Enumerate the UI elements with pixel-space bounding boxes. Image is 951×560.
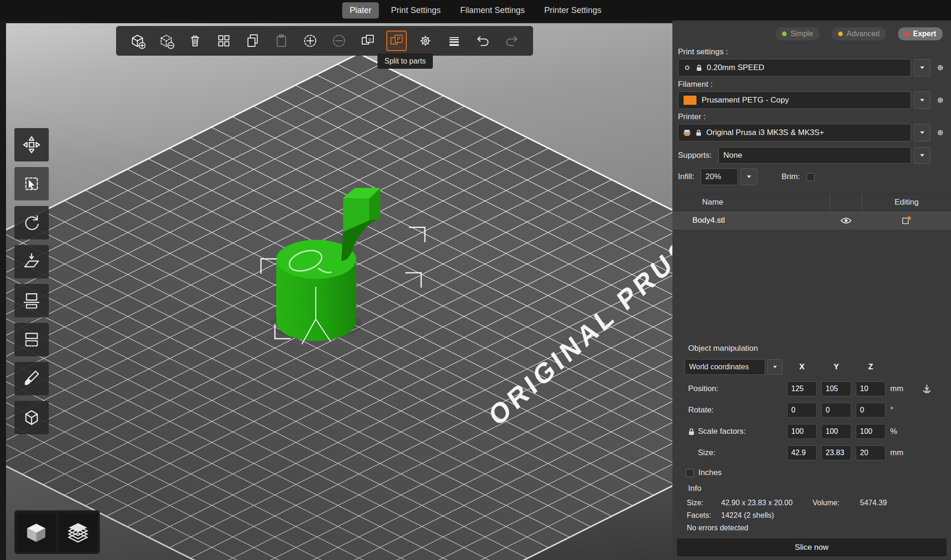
chevron-down-icon [918, 96, 926, 104]
size-y-field[interactable] [821, 445, 851, 460]
info-status: No errors detected [687, 524, 951, 532]
delete-all-icon[interactable] [185, 31, 205, 51]
place-on-face-tool-icon[interactable] [14, 245, 49, 278]
size-label: Size: [698, 448, 716, 457]
print-settings-dropdown-button[interactable] [914, 59, 931, 77]
expert-mode-dot-icon [905, 32, 909, 36]
scale-x-field[interactable] [787, 424, 817, 439]
column-name: Name [672, 194, 830, 211]
brim-checkbox[interactable] [807, 173, 814, 181]
coordinate-system-combo[interactable]: World coordinates [684, 359, 765, 375]
scale-z-field[interactable] [856, 424, 886, 439]
height-range-tool-icon[interactable] [14, 323, 49, 356]
mode-switch: Simple Advanced Expert [672, 20, 951, 44]
arrange-icon[interactable] [214, 31, 234, 51]
column-editing: Editing [862, 194, 951, 211]
infill-dropdown-button[interactable] [741, 168, 757, 185]
rotate-z-field[interactable] [856, 403, 886, 418]
supports-label: Supports: [678, 151, 716, 160]
size-z-field[interactable] [856, 445, 886, 460]
gear-icon [935, 95, 945, 105]
printer-gear-button[interactable] [933, 128, 947, 138]
coordinate-system-dropdown-button[interactable] [767, 359, 782, 375]
undo-icon[interactable] [473, 31, 493, 51]
filament-value: Prusament PETG - Copy [702, 96, 789, 105]
remove-instance-icon[interactable] [329, 31, 349, 51]
printer-combo[interactable]: Original Prusa i3 MK3S & MK3S+ [678, 124, 911, 142]
inches-label: Inches [698, 468, 722, 477]
position-row: Position: mm [672, 381, 951, 396]
layers-view-icon[interactable] [59, 513, 98, 552]
filament-dropdown-button[interactable] [914, 91, 931, 109]
gear-icon [935, 63, 945, 73]
seam-tool-icon[interactable] [14, 401, 49, 434]
paint-supports-tool-icon[interactable] [14, 362, 49, 395]
tab-printer-settings[interactable]: Printer Settings [537, 2, 609, 19]
split-objects-icon[interactable]: o [358, 31, 378, 51]
print-settings-gear-button[interactable] [933, 63, 947, 73]
print-bed [6, 53, 672, 560]
printer-dropdown-button[interactable] [914, 124, 931, 142]
supports-combo[interactable]: None [718, 147, 911, 164]
filament-label: Filament : [672, 77, 951, 91]
main-tabs: Plater Print Settings Filament Settings … [342, 0, 609, 20]
rotate-label: Rotate: [688, 406, 714, 415]
mode-expert-label: Expert [913, 30, 936, 38]
scale-tool-icon[interactable] [14, 167, 49, 200]
gear-icon[interactable] [415, 31, 436, 51]
position-x-field[interactable] [787, 381, 817, 396]
position-z-field[interactable] [856, 381, 886, 396]
object-list-empty-area[interactable] [672, 230, 951, 339]
axis-z-header: Z [856, 362, 886, 372]
infill-value: 20% [705, 172, 721, 181]
paste-icon[interactable] [271, 31, 292, 51]
redo-icon[interactable] [502, 31, 522, 51]
infill-combo[interactable]: 20% [701, 168, 738, 185]
filament-combo[interactable]: Prusament PETG - Copy [678, 91, 911, 109]
supports-value: None [723, 151, 743, 160]
size-x-field[interactable] [787, 445, 817, 460]
lock-icon [696, 64, 702, 71]
filament-gear-button[interactable] [933, 95, 947, 105]
variable-layer-height-icon[interactable] [444, 31, 464, 51]
mode-simple-button[interactable]: Simple [775, 27, 820, 40]
position-y-field[interactable] [821, 381, 851, 396]
lock-icon[interactable] [688, 428, 695, 436]
print-settings-value: 0.20mm SPEED [707, 63, 764, 72]
prusaslicer-window: Plater Print Settings Filament Settings … [0, 0, 951, 560]
svg-text:o: o [368, 36, 371, 42]
visibility-toggle[interactable] [830, 217, 862, 225]
print-settings-combo[interactable]: 0.20mm SPEED [678, 59, 911, 77]
tooltip-split-to-parts: Split to parts [378, 54, 433, 69]
mode-simple-label: Simple [790, 30, 813, 38]
tab-print-settings[interactable]: Print Settings [384, 2, 448, 19]
scale-y-field[interactable] [821, 424, 851, 439]
add-object-icon[interactable] [127, 31, 148, 51]
copy-icon[interactable] [242, 31, 263, 51]
solid-view-icon[interactable] [17, 513, 56, 552]
chevron-down-icon [745, 173, 753, 181]
rotate-tool-icon[interactable] [14, 206, 49, 239]
move-tool-icon[interactable] [14, 128, 49, 161]
rotate-y-field[interactable] [821, 403, 851, 418]
tab-plater[interactable]: Plater [342, 2, 379, 19]
drop-to-bed-icon[interactable] [922, 384, 932, 394]
editing-icon [901, 215, 912, 225]
mode-advanced-button[interactable]: Advanced [832, 27, 886, 40]
delete-object-icon[interactable] [156, 31, 176, 51]
slice-now-button[interactable]: Slice now [677, 539, 946, 556]
mode-expert-button[interactable]: Expert [898, 27, 943, 40]
editing-toggle[interactable] [862, 215, 951, 225]
info-volume-value: 5474.39 [860, 499, 951, 507]
table-row[interactable]: Body4.stl [672, 211, 951, 230]
object-list: Name Editing Body4.stl [672, 193, 951, 230]
split-parts-icon[interactable]: P [386, 31, 407, 51]
add-instance-icon[interactable] [300, 31, 320, 51]
3d-viewport[interactable]: ORIGINAL PRUSA [6, 23, 672, 560]
rotate-x-field[interactable] [787, 403, 817, 418]
inches-checkbox[interactable] [686, 469, 694, 477]
supports-dropdown-button[interactable] [914, 147, 931, 164]
cut-tool-icon[interactable] [14, 284, 49, 317]
tab-filament-settings[interactable]: Filament Settings [453, 2, 532, 19]
info-volume-label: Volume: [813, 499, 860, 507]
